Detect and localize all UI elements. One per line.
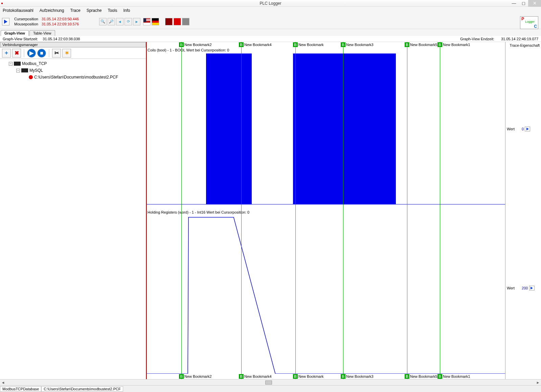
bookmark[interactable]: BNew Bookmark2 bbox=[179, 42, 212, 47]
sidebar-toolbar: ＋ ✖ ▶ ■ ✂ ✶ bbox=[0, 47, 146, 59]
close-button[interactable]: ✕ bbox=[528, 0, 541, 7]
menu-tools[interactable]: Tools bbox=[108, 8, 117, 13]
maximize-button[interactable]: ◻ bbox=[519, 0, 528, 7]
play-small-1[interactable] bbox=[525, 127, 530, 131]
bookmark[interactable]: BNew Bookmark bbox=[293, 42, 324, 47]
plot-container: BNew Bookmark2BNew Bookmark4BNew Bookmar… bbox=[146, 42, 541, 379]
time-bar: Graph-View Startzeit: 31.05.14 22:03:38.… bbox=[0, 36, 541, 42]
bookmark[interactable]: BNew Bookmark2 bbox=[179, 374, 212, 379]
menu-info[interactable]: Info bbox=[123, 8, 130, 13]
tab-table-view[interactable]: Table-View bbox=[29, 30, 55, 36]
mouse-pos-label: Mouseposition bbox=[14, 22, 38, 27]
bookmark[interactable]: BNew Bookmark4 bbox=[239, 374, 272, 379]
trace-properties-header: Trace-Eigenschaft bbox=[507, 43, 540, 47]
collapse-icon[interactable]: − bbox=[9, 62, 13, 66]
stop-button[interactable]: ■ bbox=[37, 49, 46, 58]
bookmark[interactable]: BNew Bookmark1 bbox=[437, 374, 470, 379]
scroll-thumb[interactable] bbox=[265, 380, 272, 385]
cut-icon[interactable]: ✂ bbox=[52, 49, 61, 58]
chart1-label: Coils (bool) - 1 - BOOL Wert bei Cursorp… bbox=[148, 48, 229, 52]
bookmark-label: New Bookmark2 bbox=[184, 43, 212, 47]
bookmark[interactable]: BNew Bookmark5 bbox=[405, 374, 437, 379]
chart-coils: Coils (bool) - 1 - BOOL Wert bei Cursorp… bbox=[147, 47, 505, 204]
view-tabs: Graph-View Table-View bbox=[0, 29, 541, 36]
bookmark[interactable]: BNew Bookmark3 bbox=[341, 374, 374, 379]
start-time-label: Graph-View Startzeit: bbox=[3, 37, 38, 41]
tab-graph-view[interactable]: Graph-View bbox=[1, 30, 29, 36]
wert-value-1: 0 bbox=[522, 127, 524, 131]
bookmark-line bbox=[440, 42, 440, 379]
menu-sprache[interactable]: Sprache bbox=[87, 8, 102, 13]
status-file: C:\Users\Stefan\Documents\modbustest2.PC… bbox=[41, 386, 123, 392]
bookmark[interactable]: BNew Bookmark bbox=[293, 374, 324, 379]
clear-icon[interactable]: ✶ bbox=[62, 49, 71, 58]
cursor-pos-value: 31.05.14 22:03:50.446 bbox=[42, 17, 79, 22]
sidebar: Verbindungsmanager ＋ ✖ ▶ ■ ✂ ✶ − Modbus_… bbox=[0, 42, 146, 379]
device-icon bbox=[14, 62, 21, 66]
db-icon bbox=[21, 68, 28, 72]
bookmark-label: New Bookmark4 bbox=[244, 43, 272, 47]
flag-de-icon[interactable] bbox=[152, 18, 159, 25]
bookmark-label: New Bookmark bbox=[298, 374, 324, 378]
bookmark-line bbox=[295, 42, 296, 379]
menu-protokollauswahl[interactable]: Protokollauswahl bbox=[3, 8, 33, 13]
end-time-label: Graph-View Endzeit: bbox=[460, 37, 494, 41]
bookmark[interactable]: BNew Bookmark4 bbox=[239, 42, 272, 47]
nav-back-icon[interactable]: ◄ bbox=[116, 18, 123, 25]
color-red-button[interactable] bbox=[174, 18, 181, 25]
minimize-button[interactable]: — bbox=[509, 0, 519, 7]
scroll-right-icon[interactable]: ► bbox=[535, 380, 541, 385]
mouse-pos-value: 31.05.14 22:09:10.576 bbox=[42, 22, 79, 27]
delete-button[interactable]: ✖ bbox=[12, 49, 21, 58]
wert-value-2: 200 bbox=[522, 286, 528, 290]
line-series bbox=[147, 217, 505, 374]
bookmark-label: New Bookmark1 bbox=[443, 43, 470, 47]
bookmark-label: New Bookmark3 bbox=[346, 374, 374, 378]
window-title: PLC Logger bbox=[260, 1, 281, 6]
run-button[interactable]: ▶ bbox=[27, 49, 36, 58]
bookmark[interactable]: BNew Bookmark3 bbox=[341, 42, 374, 47]
bookmark-line bbox=[181, 42, 182, 379]
add-button[interactable]: ＋ bbox=[2, 49, 11, 58]
app-icon bbox=[1, 1, 7, 6]
menu-aufzeichnung[interactable]: Aufzeichnung bbox=[40, 8, 64, 13]
bookmark-label: New Bookmark4 bbox=[244, 374, 272, 378]
connection-tree[interactable]: − Modbus_TCP − MySQL C:\Users\Stefan\Doc… bbox=[0, 59, 146, 379]
scroll-left-icon[interactable]: ◄ bbox=[0, 380, 6, 385]
zoom-in-icon[interactable]: 🔍 bbox=[99, 18, 107, 25]
plot-area[interactable]: BNew Bookmark2BNew Bookmark4BNew Bookmar… bbox=[146, 42, 505, 379]
start-time-value: 31.05.14 22:03:38.038 bbox=[43, 37, 80, 41]
status-db: ModbusTCPDatabase bbox=[0, 386, 41, 392]
bookmark-label: New Bookmark5 bbox=[410, 43, 437, 47]
file-icon bbox=[29, 75, 33, 79]
flag-us-icon[interactable] bbox=[143, 18, 151, 25]
menu-bar: Protokollauswahl Aufzeichnung Trace Spra… bbox=[0, 7, 541, 14]
color-gray-button[interactable] bbox=[182, 18, 189, 25]
bookmark-label: New Bookmark5 bbox=[410, 374, 437, 378]
wert-label-2: Wert bbox=[507, 286, 515, 290]
bookmark[interactable]: BNew Bookmark1 bbox=[437, 42, 470, 47]
tree-label: Modbus_TCP bbox=[22, 61, 47, 66]
toolbar: Curserposition31.05.14 22:03:50.446 Mous… bbox=[0, 14, 541, 29]
end-time-value: 31.05.14 22:46:19.077 bbox=[501, 37, 538, 41]
horizontal-scrollbar[interactable]: ◄ ► bbox=[0, 379, 541, 385]
bookmark-label: New Bookmark3 bbox=[346, 43, 374, 47]
tree-node-file[interactable]: C:\Users\Stefan\Documents\modbustest2.PC… bbox=[3, 74, 143, 81]
collapse-icon[interactable]: − bbox=[16, 69, 20, 72]
bookmark[interactable]: BNew Bookmark5 bbox=[405, 42, 437, 47]
color-dark-button[interactable] bbox=[165, 18, 173, 25]
bookmark-line bbox=[343, 42, 343, 379]
menu-trace[interactable]: Trace bbox=[70, 8, 80, 13]
tree-node-modbus[interactable]: − Modbus_TCP bbox=[3, 60, 143, 67]
play-button[interactable] bbox=[2, 18, 9, 25]
nav-forward-icon[interactable]: ► bbox=[133, 18, 140, 25]
nav-refresh-icon[interactable]: ⟳ bbox=[125, 18, 132, 25]
bookmark-label: New Bookmark2 bbox=[184, 374, 212, 378]
bool-high-segment bbox=[206, 53, 252, 204]
zoom-out-icon[interactable]: 🔎 bbox=[108, 18, 115, 25]
bool-high-segment bbox=[293, 53, 396, 204]
sidebar-title: Verbindungsmanager bbox=[0, 42, 146, 47]
play-small-2[interactable] bbox=[529, 286, 535, 290]
cursor-pos-label: Curserposition bbox=[14, 17, 38, 22]
tree-node-mysql[interactable]: − MySQL bbox=[3, 67, 143, 74]
